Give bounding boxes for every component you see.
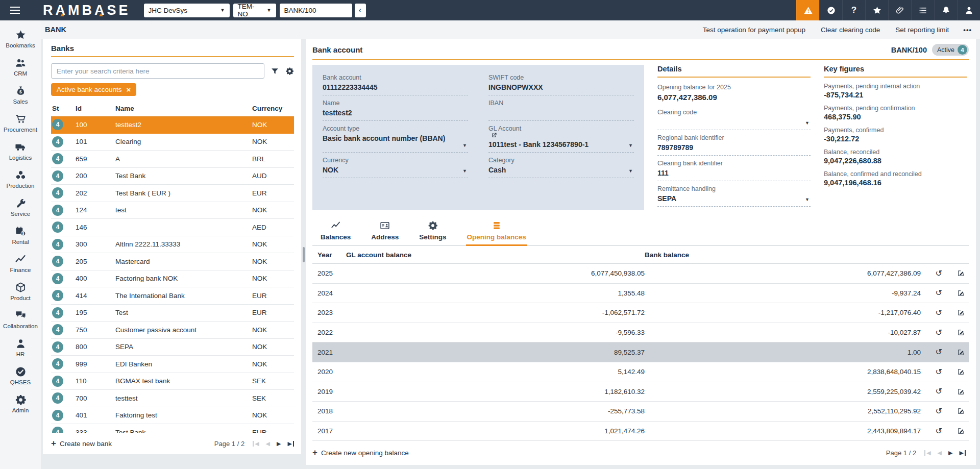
edit-icon[interactable] <box>942 349 965 356</box>
sidebar-item-bookmarks[interactable]: Bookmarks <box>0 24 41 53</box>
system-select[interactable]: JHC DevSys ▼ <box>144 4 230 17</box>
regional-bank-identifier-field[interactable]: Regional bank identifier789789789 <box>657 130 811 156</box>
sidebar-item-hr[interactable]: HR <box>0 333 41 361</box>
bell-button[interactable] <box>934 0 957 20</box>
history-icon[interactable]: ↺ <box>921 269 942 278</box>
test-operation-for-payment-popup-button[interactable]: Test operation for payment popup <box>703 26 805 34</box>
bank-row[interactable]: 4124testNOK <box>51 202 294 219</box>
edit-icon[interactable] <box>942 269 965 277</box>
bank-row[interactable]: 4110BGMAX test bankSEK <box>51 373 294 390</box>
opening-balance-row[interactable]: 202189,525.371.00↺ <box>312 342 969 362</box>
bank-row[interactable]: 4401Faktoring testNOK <box>51 407 294 425</box>
warning-button[interactable] <box>796 0 819 20</box>
bank-row[interactable]: 4750Customer passiva accountNOK <box>51 322 294 339</box>
sidebar-item-collaboration[interactable]: Collaboration <box>0 305 41 333</box>
sidebar-item-sales[interactable]: $Sales <box>0 81 41 109</box>
edit-icon[interactable] <box>942 368 965 376</box>
opening-balance-row[interactable]: 20256,077,450,938.056,077,427,386.09↺ <box>312 264 969 284</box>
opening-balance-row[interactable]: 2022-9,596.33-10,027.87↺ <box>312 323 969 343</box>
tab-settings[interactable]: Settings <box>418 218 447 245</box>
bank-account-field[interactable]: Bank account01112223334445 <box>323 70 468 95</box>
collapse-search-button[interactable]: ‹ <box>355 4 366 17</box>
bank-row[interactable]: 4202Test Bank ( EUR )EUR <box>51 185 294 202</box>
scrollbar-thumb[interactable] <box>303 247 305 262</box>
sidebar-item-rental[interactable]: $Rental <box>0 221 41 249</box>
opening-balance-row[interactable]: 2018-255,773.582,552,110,295.92↺ <box>312 402 969 422</box>
create-new-bank-button[interactable]: + Create new bank <box>51 438 112 449</box>
history-icon[interactable]: ↺ <box>921 309 942 317</box>
gear-icon[interactable] <box>285 67 294 76</box>
remittance-handling-field[interactable]: Remittance handlingSEPA▼ <box>657 181 811 207</box>
history-icon[interactable]: ↺ <box>921 368 942 376</box>
open-gl-account-icon[interactable] <box>491 132 626 138</box>
name-field[interactable]: Nametesttest2 <box>323 95 468 121</box>
list-dots-button[interactable] <box>911 0 934 20</box>
sidebar-item-service[interactable]: Service <box>0 193 41 221</box>
create-new-opening-balance-button[interactable]: + Create new opening balance <box>312 448 409 458</box>
previous-page-button[interactable]: ◀ <box>938 450 942 456</box>
opening-balance-row[interactable]: 20191,182,610.322,559,225,039.42↺ <box>312 382 969 402</box>
sidebar-item-qhses[interactable]: QHSES <box>0 361 41 389</box>
history-icon[interactable]: ↺ <box>921 289 942 297</box>
more-actions-button[interactable]: ••• <box>963 26 972 34</box>
close-icon[interactable]: × <box>127 86 131 93</box>
sidebar-item-procurement[interactable]: Procurement <box>0 109 41 137</box>
tab-address[interactable]: Address <box>370 218 400 245</box>
bank-row[interactable]: 4333Test BankEUR <box>51 424 294 433</box>
sidebar-item-finance[interactable]: Finance <box>0 249 41 277</box>
global-search-input[interactable] <box>280 4 352 17</box>
hamburger-menu-button[interactable] <box>0 7 30 14</box>
filter-icon[interactable] <box>271 67 279 76</box>
bank-row[interactable]: 4146AED <box>51 219 294 236</box>
bank-row[interactable]: 4205MastercardNOK <box>51 253 294 270</box>
history-icon[interactable]: ↺ <box>921 387 942 396</box>
next-page-button[interactable]: ▶ <box>277 441 281 447</box>
check-seal-button[interactable] <box>819 0 842 20</box>
swift-code-field[interactable]: SWIFT codeINGBNOPWXXX <box>488 70 634 95</box>
edit-icon[interactable] <box>942 388 965 396</box>
question-button[interactable]: ? <box>842 0 865 20</box>
account-type-field[interactable]: Account typeBasic bank account number (B… <box>323 121 468 153</box>
bank-row[interactable]: 4999EDI BankenNOK <box>51 356 294 373</box>
locale-select[interactable]: TEM-NO ▼ <box>233 4 276 17</box>
set-reporting-limit-button[interactable]: Set reporting limit <box>895 26 949 34</box>
category-field[interactable]: CategoryCash▼ <box>488 153 634 178</box>
iban-field[interactable]: IBAN <box>488 95 634 121</box>
opening-balance-row[interactable]: 20171,021,474.262,443,809,894.17↺ <box>312 422 969 441</box>
history-icon[interactable]: ↺ <box>921 348 942 356</box>
star-button[interactable] <box>865 0 888 20</box>
next-page-button[interactable]: ▶ <box>948 450 952 456</box>
history-icon[interactable]: ↺ <box>921 329 942 337</box>
first-page-button[interactable]: ◀ <box>924 450 930 456</box>
sidebar-item-crm[interactable]: CRM <box>0 53 41 81</box>
first-page-button[interactable]: ◀ <box>253 441 259 447</box>
bank-row[interactable]: 4300AltInn 2222.11.33333NOK <box>51 236 294 254</box>
edit-icon[interactable] <box>942 329 965 336</box>
currency-field[interactable]: CurrencyNOK▼ <box>323 153 468 178</box>
sidebar-item-product[interactable]: Product <box>0 277 41 305</box>
clear-clearing-code-button[interactable]: Clear clearing code <box>821 26 880 34</box>
history-icon[interactable]: ↺ <box>921 407 942 415</box>
edit-icon[interactable] <box>942 309 965 316</box>
active-bank-accounts-filter-chip[interactable]: Active bank accounts × <box>51 83 136 96</box>
bank-row[interactable]: 4100testtest2NOK <box>51 116 294 134</box>
opening-balance-row[interactable]: 20205,142.492,838,648,040.15↺ <box>312 362 969 382</box>
tab-balances[interactable]: Balances <box>320 218 352 245</box>
bank-row[interactable]: 4195TestEUR <box>51 305 294 322</box>
edit-icon[interactable] <box>942 289 965 297</box>
last-page-button[interactable]: ▶ <box>960 450 966 456</box>
opening-balance-row[interactable]: 2023-1,062,571.72-1,217,076.40↺ <box>312 303 969 323</box>
edit-icon[interactable] <box>942 407 965 415</box>
sidebar-item-logistics[interactable]: Logistics <box>0 137 41 165</box>
sidebar-item-admin[interactable]: Admin <box>0 389 41 417</box>
bank-row[interactable]: 4200Test BankAUD <box>51 168 294 185</box>
edit-icon[interactable] <box>942 427 965 435</box>
last-page-button[interactable]: ▶ <box>288 441 294 447</box>
bank-row[interactable]: 4659ABRL <box>51 151 294 168</box>
clearing-code-field[interactable]: Clearing code ▼ <box>657 105 811 130</box>
bank-row[interactable]: 4414The International BankEUR <box>51 287 294 305</box>
bank-row[interactable]: 4400Factoring bank NOKNOK <box>51 270 294 288</box>
banks-search-input[interactable] <box>51 63 264 79</box>
bank-row[interactable]: 4800SEPANOK <box>51 339 294 356</box>
tab-opening-balances[interactable]: Opening balances <box>466 218 527 245</box>
